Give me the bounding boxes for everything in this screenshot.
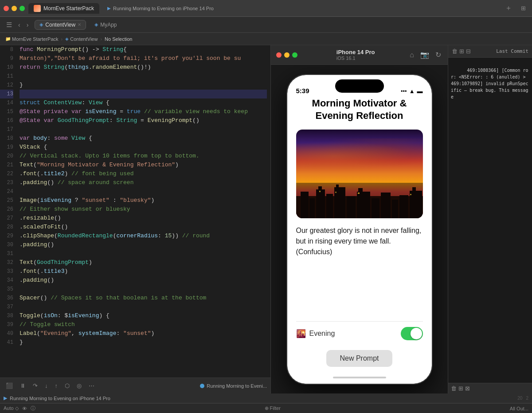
- maximize-button[interactable]: [20, 6, 25, 11]
- svg-rect-23: [410, 194, 411, 195]
- pause-button[interactable]: ⏸: [18, 381, 28, 390]
- debug-trash-button[interactable]: 🗑: [452, 48, 458, 55]
- rotate-button[interactable]: ↻: [434, 49, 442, 60]
- contentview-close[interactable]: ✕: [78, 22, 81, 27]
- myapp-tab[interactable]: ◈ MyApp: [90, 20, 121, 30]
- sim-min[interactable]: [284, 52, 289, 58]
- breadcrumb-bar: 📁 MornEve StarterPack › ◈ ContentView › …: [0, 33, 532, 45]
- code-line-41: }: [20, 338, 267, 347]
- debug-expand-button[interactable]: ⊠: [465, 385, 470, 392]
- breadcrumb-selection: No Selection: [105, 36, 132, 42]
- code-line-14: struct ContentView: View {: [20, 98, 267, 107]
- svg-rect-22: [358, 193, 360, 194]
- back-button[interactable]: ‹: [16, 20, 23, 30]
- more-button[interactable]: ⋯: [86, 381, 97, 390]
- title-bar: MornEve StarterPack ▶ Running Morning to…: [0, 0, 532, 17]
- code-line-27: .resizable(): [20, 214, 267, 223]
- code-line-21: Text("Morning Motivator & Evening Reflec…: [20, 161, 267, 169]
- code-line-37: [20, 303, 267, 311]
- line-numbers: 8 9 10 11 12 13 14 15 16 17 18 19 20 21 …: [0, 45, 16, 378]
- debug-panel: 🗑 ⊞ ⊟ Last Commit 469:1080366] [Common r…: [448, 45, 532, 393]
- code-line-28: .scaledToFit(): [20, 223, 267, 232]
- sim-max[interactable]: [292, 52, 297, 58]
- contentview-label: ContentView: [45, 22, 75, 28]
- breakpoint-button[interactable]: ⬛: [4, 381, 15, 390]
- code-line-23: .padding() // space around screen: [20, 178, 267, 187]
- minimize-button[interactable]: [12, 6, 17, 11]
- svg-rect-8: [336, 185, 339, 189]
- screenshot-button[interactable]: 📷: [419, 49, 430, 60]
- sidebar-toggle[interactable]: ☰: [4, 20, 15, 30]
- iphone-frame: 5:39 ••• ▲ ▬ Morning Motivator & Evening…: [286, 74, 433, 385]
- code-line-10: return String(things.randomElement()!): [20, 63, 267, 72]
- code-line-30: .padding(): [20, 240, 267, 249]
- evening-label: Evening: [309, 330, 335, 338]
- debug-split-button[interactable]: ⊟: [466, 48, 471, 55]
- window-controls: [4, 6, 25, 11]
- memory-button[interactable]: ◎: [74, 381, 84, 390]
- myapp-label: MyApp: [100, 22, 117, 28]
- step-over-button[interactable]: ↷: [31, 381, 40, 390]
- quote-text: Our greatest glory is not in never falli…: [296, 225, 423, 257]
- code-line-35: [20, 285, 267, 294]
- status-eye: 👁: [22, 406, 27, 411]
- svg-rect-3: [309, 198, 315, 218]
- code-line-19: VStack {: [20, 143, 267, 152]
- swift-file-icon: ◈: [39, 22, 43, 28]
- running-right2: 2: [526, 396, 528, 401]
- code-lines: func MorningPrompt() -> String{ Marston)…: [16, 45, 270, 378]
- svg-rect-17: [412, 187, 416, 193]
- cloud-layer: [296, 138, 423, 174]
- toggle-switch[interactable]: [401, 327, 423, 340]
- running-tab[interactable]: ▶ Running Morning to Evening on iPhone 1…: [102, 4, 219, 13]
- svg-rect-15: [399, 195, 408, 218]
- share-button[interactable]: ⬡: [63, 381, 72, 390]
- code-line-8: func MorningPrompt() -> String{: [20, 45, 267, 54]
- xcode-status-bar: Auto ◇ 👁 ⓘ ⊕ Filter All Out...: [0, 403, 532, 413]
- debug-content: 469:1080366] [Common ror: <NSError: : 6 …: [448, 58, 532, 383]
- step-in-button[interactable]: ↓: [43, 381, 50, 390]
- new-prompt-button[interactable]: New Prompt: [326, 350, 392, 367]
- code-editor[interactable]: 8 9 10 11 12 13 14 15 16 17 18 19 20 21 …: [0, 45, 270, 378]
- breadcrumb-app[interactable]: 📁 MornEve StarterPack: [5, 36, 59, 42]
- debug-toolbar-bottom: 🗑 ⊞ ⊠: [448, 383, 532, 393]
- wifi-icon: ▲: [409, 88, 415, 94]
- forward-button[interactable]: ›: [24, 20, 31, 30]
- code-line-26: // Either show sunset or bluesky: [20, 205, 267, 214]
- status-time: 5:39: [296, 87, 309, 94]
- close-button[interactable]: [4, 6, 9, 11]
- code-line-34: .padding(): [20, 276, 267, 285]
- city-silhouette: [296, 183, 423, 218]
- debug-layout2-button[interactable]: ⊞: [458, 385, 463, 392]
- debug-trash2-button[interactable]: 🗑: [451, 385, 457, 392]
- breadcrumb-file[interactable]: ◈ ContentView: [65, 36, 98, 42]
- app-tab[interactable]: MornEve StarterPack: [28, 3, 99, 14]
- nav-buttons: ☰ ‹ ›: [4, 20, 31, 30]
- running-text: Running Morning to Evening on iPhone 14 …: [10, 396, 110, 401]
- layout-button[interactable]: ⊞: [518, 4, 528, 13]
- svg-rect-2: [301, 192, 309, 218]
- contentview-tab[interactable]: ◈ ContentView ✕: [35, 20, 86, 30]
- add-tab-button[interactable]: ＋: [502, 2, 515, 14]
- code-line-11: [20, 72, 267, 81]
- sim-close[interactable]: [276, 52, 282, 58]
- code-line-29: .clipShape(RoundedRectangle(cornerRadius…: [20, 232, 267, 240]
- editor-toolbar: ☰ ‹ › ◈ ContentView ✕ ◈ MyApp: [0, 17, 532, 33]
- home-button[interactable]: ⌂: [408, 50, 415, 60]
- code-line-36: Spacer() // Spaces it so that boolean is…: [20, 294, 267, 303]
- status-right: All Out...: [510, 406, 528, 411]
- title-bar-right: ＋ ⊞: [502, 2, 528, 14]
- battery-icon: ▬: [417, 88, 423, 94]
- app-content: Morning Motivator & Evening Reflection: [287, 97, 432, 371]
- status-filter[interactable]: ⊕ Filter: [39, 405, 506, 411]
- app-title: Morning Motivator & Evening Reflection: [312, 97, 407, 122]
- bottom-toolbar: ⬛ ⏸ ↷ ↓ ↑ ⬡ ◎ ⋯ Running Morning to Eveni…: [0, 378, 270, 393]
- code-line-25: Image(isEvening ? "sunset" : "bluesky"): [20, 196, 267, 205]
- evening-row: 🌇 Evening: [296, 329, 335, 338]
- step-out-button[interactable]: ↑: [53, 381, 60, 390]
- svg-rect-21: [335, 192, 336, 193]
- running-right: 20: [517, 396, 522, 401]
- evening-icon: 🌇: [296, 329, 306, 338]
- breadcrumb-sep-1: ›: [61, 36, 63, 42]
- debug-layout-button[interactable]: ⊞: [459, 48, 464, 55]
